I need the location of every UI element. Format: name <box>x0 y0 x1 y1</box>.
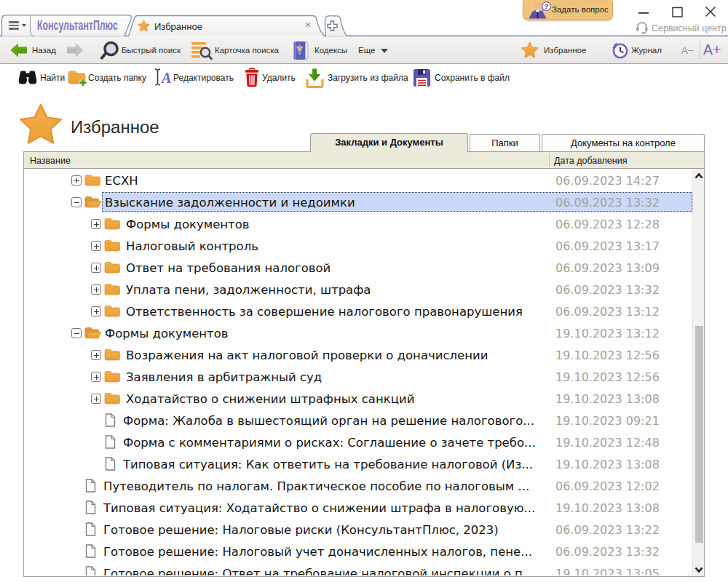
collapse-minus-icon[interactable] <box>71 197 82 207</box>
tree-row[interactable]: ЕСХН06.09.2023 14:27 <box>24 170 691 191</box>
tree-row-label: Формы документов <box>126 218 250 231</box>
tree-row[interactable]: Готовое решение: Налоговый учет доначисл… <box>24 541 691 562</box>
tree-row-label: Налоговый контроль <box>126 239 258 253</box>
tree-row[interactable]: Ответ на требования налоговой06.09.2023 … <box>24 257 691 279</box>
scroll-down-icon[interactable] <box>695 565 703 574</box>
tree-row-date: 06.09.2023 13:32 <box>555 196 660 210</box>
favorites-tree: ЕСХН06.09.2023 14:27Взыскание задолженно… <box>24 169 704 575</box>
tree-row[interactable]: Уплата пени, задолженности, штрафа06.09.… <box>24 279 691 300</box>
actions-toolbar: Найти Создать папку A Редактировать <box>0 64 728 90</box>
caret-down-icon <box>22 24 26 27</box>
scrollbar-thumb[interactable] <box>695 326 703 543</box>
tab-bookmarks-documents[interactable]: Закладки и Документы <box>310 133 468 152</box>
codes-book-icon <box>293 41 312 60</box>
tree-row[interactable]: Заявления в арбитражный суд19.10.2023 12… <box>24 366 691 388</box>
search-card-icon <box>191 41 213 60</box>
edit-icon: A <box>154 68 174 88</box>
headset-icon <box>636 22 649 34</box>
document-icon <box>85 522 103 537</box>
tab-folders[interactable]: Папки <box>470 134 540 152</box>
collapse-minus-icon[interactable] <box>71 328 82 338</box>
expand-plus-icon[interactable] <box>91 241 101 251</box>
tree-row-label: Форма с комментариями о рисках: Соглашен… <box>123 436 536 450</box>
vertical-scrollbar[interactable] <box>692 169 704 576</box>
tree-row-label: Ответственность за совершение налогового… <box>126 305 523 319</box>
expand-plus-icon[interactable] <box>91 219 101 229</box>
tree-row-date: 19.10.2023 09:21 <box>555 414 660 428</box>
minimize-button[interactable] <box>633 4 654 20</box>
search-card-label: Карточка поиска <box>215 46 279 55</box>
grid-header: Название Дата добавления <box>24 151 704 169</box>
tree-row-label: Готовое решение: Налоговый учет доначисл… <box>103 545 532 559</box>
tree-row[interactable]: Налоговый контроль06.09.2023 13:17 <box>24 235 691 257</box>
close-tab-icon[interactable]: × <box>302 19 314 31</box>
font-decrease-button[interactable]: А− <box>681 45 694 56</box>
tree-row-label: Путеводитель по налогам. Практическое по… <box>103 479 529 493</box>
close-window-icon <box>700 4 721 20</box>
tree-row[interactable]: Типовая ситуация: Как ответить на требов… <box>24 453 691 475</box>
tree-row[interactable]: Готовое решение: Ответ на требование нал… <box>24 562 691 575</box>
expand-plus-icon[interactable] <box>91 394 101 404</box>
tree-row-label: Заявления в арбитражный суд <box>126 370 322 384</box>
font-increase-button[interactable]: А+ <box>703 41 721 58</box>
tree-row[interactable]: Ответственность за совершение налогового… <box>24 300 691 322</box>
tree-row[interactable]: Путеводитель по налогам. Практическое по… <box>24 475 691 497</box>
ask-question-label: Задать вопрос <box>552 5 609 14</box>
svg-text:?: ? <box>545 2 549 10</box>
tree-row-date: 19.10.2023 13:08 <box>555 392 660 406</box>
folder-open-icon <box>84 195 102 210</box>
ask-question-icon: ? <box>528 1 553 19</box>
toolbar-separator <box>700 41 700 60</box>
more-label: Еще <box>358 46 375 55</box>
expand-plus-icon[interactable] <box>91 284 101 295</box>
tree-row[interactable]: Формы документов06.09.2023 12:28 <box>24 213 691 235</box>
ask-question-button[interactable]: ? Задать вопрос <box>523 0 613 20</box>
create-folder-icon <box>68 69 89 87</box>
tree-row[interactable]: Возражения на акт налоговой проверки о д… <box>24 344 691 366</box>
page-title: Избранное <box>71 117 159 137</box>
tab-label: Папки <box>470 137 539 148</box>
forward-arrow-icon <box>66 41 84 59</box>
app-logo: КонсультантПлюс <box>37 17 118 33</box>
tree-row-date: 19.10.2023 13:05 <box>555 567 660 576</box>
tree-row-date: 19.10.2023 12:48 <box>555 436 660 450</box>
maximize-icon <box>666 4 688 20</box>
tree-row[interactable]: Взыскание задолженности и недоимки06.09.… <box>24 191 691 213</box>
favorites-list-panel: Название Дата добавления ЕСХН06.09.2023 … <box>23 151 705 577</box>
service-center-label: Сервисный центр <box>652 23 727 33</box>
tree-row-date: 19.10.2023 13:12 <box>555 327 660 340</box>
tree-row[interactable]: Ходатайство о снижении штрафных санкций1… <box>24 388 691 410</box>
tree-row[interactable]: Готовое решение: Налоговые риски (Консул… <box>24 519 691 541</box>
expand-plus-icon[interactable] <box>91 306 101 316</box>
close-window-button[interactable] <box>700 4 721 20</box>
column-header-date[interactable]: Дата добавления <box>554 156 627 166</box>
tree-row-date: 06.09.2023 13:22 <box>555 523 660 537</box>
tree-row[interactable]: Типовая ситуация: Ходатайство о снижении… <box>24 497 691 519</box>
tree-row-date: 06.09.2023 13:32 <box>555 545 660 559</box>
tree-row[interactable]: Форма: Жалоба в вышестоящий орган на реш… <box>24 410 691 431</box>
scroll-up-icon[interactable] <box>695 172 703 180</box>
favorites-star-icon <box>521 41 539 59</box>
column-separator[interactable] <box>549 154 550 167</box>
tree-row[interactable]: Формы документов19.10.2023 13:12 <box>24 322 691 344</box>
tree-row-label: Типовая ситуация: Как ответить на требов… <box>123 458 533 471</box>
folder-icon <box>104 391 122 406</box>
tree-row-label: Взыскание задолженности и недоимки <box>105 196 355 210</box>
tree-row-date: 06.09.2023 13:09 <box>555 261 660 275</box>
caret-down-icon <box>381 49 388 53</box>
find-label: Найти <box>40 73 65 83</box>
expand-plus-icon[interactable] <box>91 263 101 273</box>
document-icon <box>105 413 122 428</box>
save-to-file-label: Сохранить в файл <box>435 73 510 83</box>
folder-icon <box>104 260 122 275</box>
expand-plus-icon[interactable] <box>91 372 101 382</box>
tree-row[interactable]: Форма с комментариями о рисках: Соглашен… <box>24 431 691 453</box>
tab-documents-on-control[interactable]: Документы на контроле <box>542 134 705 152</box>
main-menu-button[interactable] <box>3 16 30 35</box>
folder-icon <box>104 348 122 362</box>
tree-row-label: ЕСХН <box>105 174 138 188</box>
maximize-button[interactable] <box>666 4 688 20</box>
expand-plus-icon[interactable] <box>71 175 82 186</box>
column-header-name[interactable]: Название <box>30 156 71 166</box>
expand-plus-icon[interactable] <box>91 350 101 360</box>
